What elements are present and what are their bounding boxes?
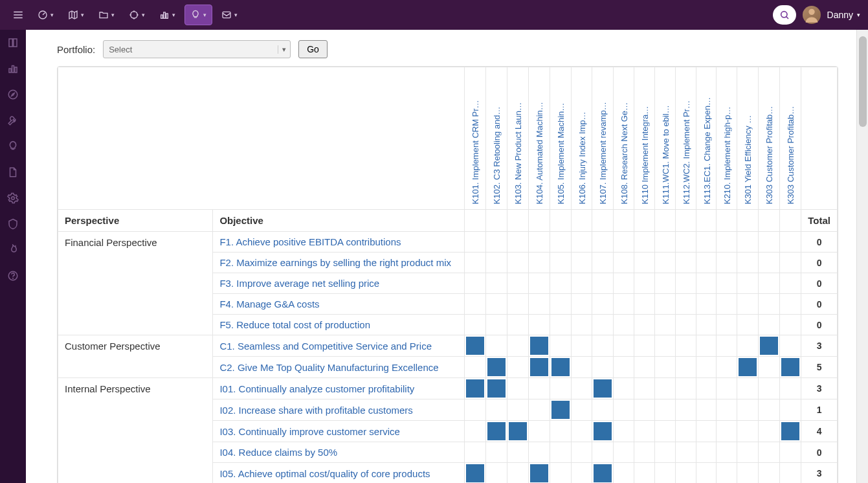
mark-cell[interactable] [507,315,529,335]
mark-cell[interactable] [614,273,634,294]
mark-cell[interactable] [507,442,529,463]
mark-cell[interactable] [507,253,529,273]
mark-cell[interactable] [550,315,572,335]
mark-cell[interactable] [529,253,550,273]
mark-cell[interactable] [529,378,550,399]
mark-cell[interactable] [486,357,507,378]
sidebar-wrench-icon[interactable] [0,107,26,133]
mark-cell[interactable] [654,294,675,315]
mark-cell[interactable] [780,357,801,378]
mark-cell[interactable] [592,399,614,421]
mark-cell[interactable] [614,253,634,273]
mark-cell[interactable] [780,421,801,442]
mark-cell[interactable] [486,399,507,421]
mark-cell[interactable] [759,335,780,357]
mark-cell[interactable] [737,442,759,463]
mark-cell[interactable] [529,232,550,253]
column-header[interactable]: K110 Implement Integra… [634,67,654,210]
mark-cell[interactable] [675,315,696,335]
mark-cell[interactable] [550,463,572,484]
mark-cell[interactable] [465,335,486,357]
mark-cell[interactable] [572,315,592,335]
column-header[interactable]: K111.WC1. Move to ebil… [654,67,675,210]
mark-cell[interactable] [634,294,654,315]
column-header[interactable]: K303 Customer Profitab… [759,67,780,210]
column-header[interactable]: K112.WC2. Implement Pr… [675,67,696,210]
sidebar-gear-icon[interactable] [0,185,26,211]
mark-cell[interactable] [529,399,550,421]
mark-cell[interactable] [486,273,507,294]
mark-cell[interactable] [780,378,801,399]
mark-cell[interactable] [696,399,717,421]
mark-cell[interactable] [759,442,780,463]
mark-cell[interactable] [529,335,550,357]
search-button[interactable] [773,5,796,25]
mark-cell[interactable] [465,463,486,484]
mark-cell[interactable] [486,442,507,463]
mark-cell[interactable] [634,315,654,335]
nav-inbox-button[interactable]: ▾ [216,5,243,25]
mark-cell[interactable] [675,442,696,463]
objective-link[interactable]: F1. Achieve positive EBITDA contribution… [219,236,401,247]
mark-cell[interactable] [696,442,717,463]
mark-cell[interactable] [634,421,654,442]
mark-cell[interactable] [614,421,634,442]
mark-cell[interactable] [465,294,486,315]
mark-cell[interactable] [717,399,737,421]
mark-cell[interactable] [634,273,654,294]
mark-cell[interactable] [737,315,759,335]
mark-cell[interactable] [507,335,529,357]
mark-cell[interactable] [717,357,737,378]
column-header[interactable]: K102. C3 Retooling and… [486,67,507,210]
mark-cell[interactable] [675,463,696,484]
mark-cell[interactable] [654,232,675,253]
mark-cell[interactable] [759,294,780,315]
mark-cell[interactable] [717,335,737,357]
column-header[interactable]: K301 Yield Efficiency … [737,67,759,210]
mark-cell[interactable] [592,335,614,357]
mark-cell[interactable] [759,421,780,442]
mark-cell[interactable] [675,232,696,253]
mark-cell[interactable] [737,294,759,315]
mark-cell[interactable] [486,378,507,399]
nav-target-button[interactable]: ▾ [124,5,150,25]
mark-cell[interactable] [465,232,486,253]
objective-link[interactable]: F2. Maximize earnings by selling the rig… [219,257,451,268]
menu-toggle-button[interactable] [8,5,28,25]
mark-cell[interactable] [572,335,592,357]
mark-cell[interactable] [465,253,486,273]
mark-cell[interactable] [780,442,801,463]
mark-cell[interactable] [737,232,759,253]
avatar[interactable] [803,6,821,24]
nav-folder-button[interactable]: ▾ [93,5,120,25]
mark-cell[interactable] [654,335,675,357]
mark-cell[interactable] [550,294,572,315]
mark-cell[interactable] [592,442,614,463]
mark-cell[interactable] [529,273,550,294]
mark-cell[interactable] [572,232,592,253]
mark-cell[interactable] [592,253,614,273]
mark-cell[interactable] [634,399,654,421]
mark-cell[interactable] [529,421,550,442]
mark-cell[interactable] [717,315,737,335]
mark-cell[interactable] [759,378,780,399]
mark-cell[interactable] [486,315,507,335]
mark-cell[interactable] [654,463,675,484]
mark-cell[interactable] [654,357,675,378]
mark-cell[interactable] [737,421,759,442]
mark-cell[interactable] [654,378,675,399]
mark-cell[interactable] [675,421,696,442]
mark-cell[interactable] [465,357,486,378]
mark-cell[interactable] [759,463,780,484]
objective-link[interactable]: F5. Reduce total cost of production [219,319,370,330]
mark-cell[interactable] [486,294,507,315]
mark-cell[interactable] [737,273,759,294]
mark-cell[interactable] [529,463,550,484]
mark-cell[interactable] [675,335,696,357]
sidebar-bar-icon[interactable] [0,56,26,82]
mark-cell[interactable] [675,294,696,315]
mark-cell[interactable] [486,232,507,253]
mark-cell[interactable] [780,399,801,421]
mark-cell[interactable] [696,232,717,253]
mark-cell[interactable] [780,315,801,335]
